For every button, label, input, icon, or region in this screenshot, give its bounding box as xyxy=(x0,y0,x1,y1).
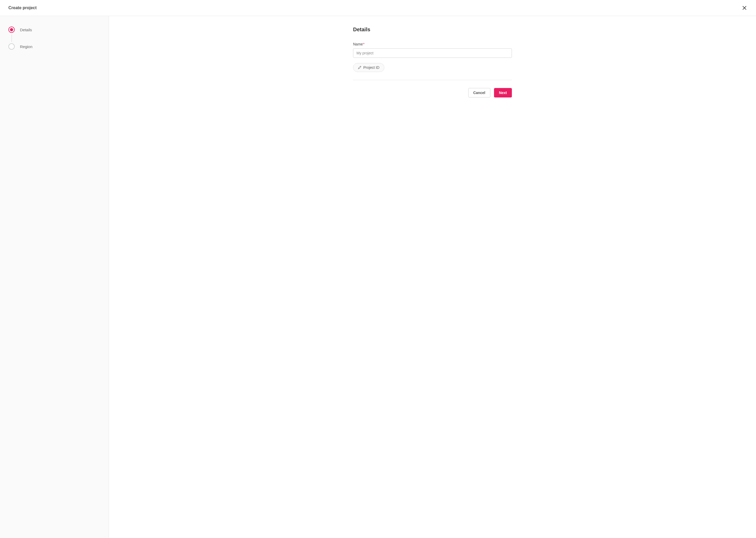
main-content: Details Name* Project ID Cancel Next xyxy=(109,16,756,538)
divider xyxy=(353,80,512,80)
project-id-label: Project ID xyxy=(363,65,379,70)
close-icon xyxy=(743,6,746,10)
cancel-button[interactable]: Cancel xyxy=(468,88,490,97)
required-asterisk: * xyxy=(363,42,364,46)
step-label: Region xyxy=(20,44,32,49)
name-label: Name* xyxy=(353,42,512,46)
form-container: Details Name* Project ID Cancel Next xyxy=(353,27,512,97)
project-id-group: Project ID xyxy=(353,63,512,72)
pencil-icon xyxy=(358,66,361,69)
modal-body: Details Region Details Name* xyxy=(0,16,756,538)
step-sidebar: Details Region xyxy=(0,16,109,538)
step-details[interactable]: Details xyxy=(8,27,100,33)
modal-title: Create project xyxy=(8,6,37,10)
next-button[interactable]: Next xyxy=(494,88,512,97)
project-id-button[interactable]: Project ID xyxy=(353,63,384,72)
step-label: Details xyxy=(20,27,32,32)
step-list: Details Region xyxy=(8,27,100,50)
modal-header: Create project xyxy=(0,0,756,16)
name-field-group: Name* xyxy=(353,42,512,58)
step-indicator-active-icon xyxy=(8,27,15,33)
action-bar: Cancel Next xyxy=(353,88,512,97)
step-indicator-inactive-icon xyxy=(8,43,15,50)
section-title: Details xyxy=(353,27,512,32)
name-input[interactable] xyxy=(353,48,512,58)
step-region[interactable]: Region xyxy=(8,43,100,50)
close-button[interactable] xyxy=(741,5,748,11)
